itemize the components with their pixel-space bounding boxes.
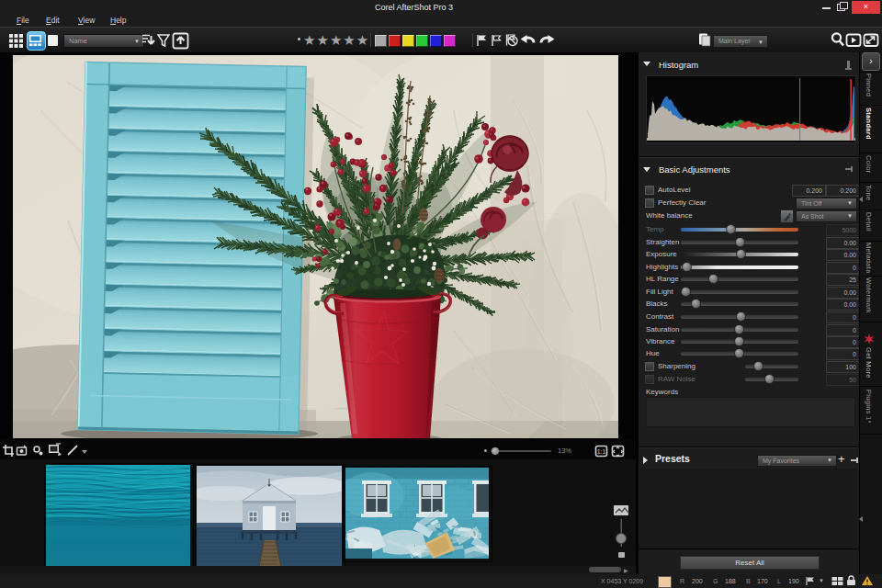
svg-text:1:1: 1:1	[597, 448, 606, 455]
